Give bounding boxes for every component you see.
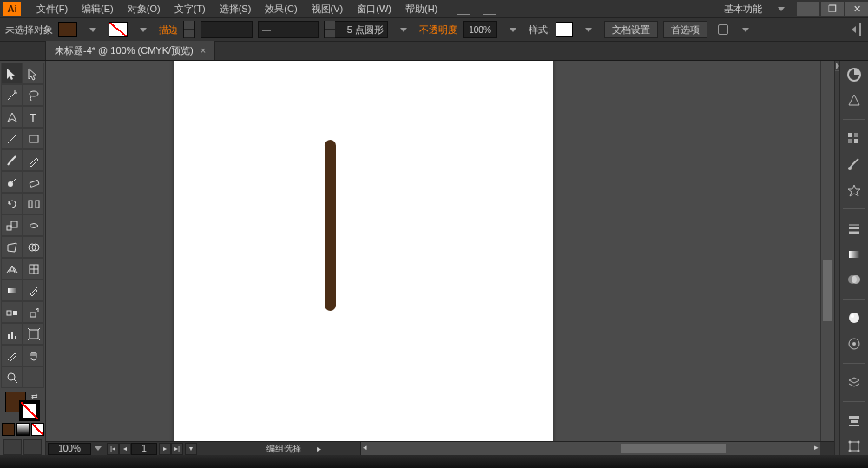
rectangle-tool[interactable] bbox=[23, 128, 44, 149]
full-screen-mode[interactable] bbox=[23, 439, 42, 455]
artboard[interactable] bbox=[174, 61, 553, 441]
appearance-icon[interactable] bbox=[845, 310, 864, 327]
type-tool[interactable]: T bbox=[23, 106, 44, 128]
scale-tool[interactable] bbox=[1, 214, 23, 236]
gradient-mode-button[interactable] bbox=[16, 423, 30, 436]
eyedropper-tool[interactable] bbox=[23, 280, 44, 301]
transparency-icon[interactable] bbox=[845, 271, 864, 288]
menu-view[interactable]: 视图(V) bbox=[305, 1, 351, 17]
selection-tool[interactable] bbox=[1, 63, 23, 84]
opacity-input[interactable]: 100% bbox=[463, 21, 497, 38]
horizontal-scroll-thumb[interactable] bbox=[621, 444, 726, 453]
align-to-icon[interactable] bbox=[716, 23, 730, 36]
stroke-profile-select[interactable]: — bbox=[258, 21, 319, 38]
artboard-nav-dropdown[interactable]: ▾ bbox=[185, 443, 197, 455]
gradient-icon[interactable] bbox=[845, 246, 864, 263]
graphic-style-swatch[interactable] bbox=[556, 22, 573, 37]
menu-effect[interactable]: 效果(C) bbox=[258, 1, 304, 17]
brush-profile-select[interactable] bbox=[201, 21, 253, 38]
last-artboard-button[interactable]: ▸| bbox=[171, 443, 183, 455]
eraser-tool[interactable] bbox=[23, 171, 44, 193]
symbols-icon[interactable] bbox=[845, 181, 864, 199]
layout-icon[interactable] bbox=[457, 3, 470, 15]
paintbrush-tool[interactable] bbox=[1, 149, 23, 171]
workspace-switcher[interactable]: 基本功能 bbox=[715, 1, 771, 17]
magic-wand-tool[interactable] bbox=[1, 84, 23, 106]
swap-fill-stroke-icon[interactable]: ⇄ bbox=[31, 392, 38, 400]
panel-menu-icon[interactable] bbox=[859, 23, 861, 36]
zoom-tool[interactable] bbox=[1, 366, 23, 388]
symbol-sprayer-tool[interactable] bbox=[23, 301, 44, 323]
stroke-swatch[interactable] bbox=[108, 22, 128, 37]
brushes-icon[interactable] bbox=[845, 155, 864, 173]
slice-tool[interactable] bbox=[1, 345, 23, 366]
normal-screen-mode[interactable] bbox=[3, 439, 22, 455]
vertical-scroll-thumb[interactable] bbox=[823, 260, 832, 321]
swatches-icon[interactable] bbox=[845, 130, 864, 148]
brush-definition-field[interactable] bbox=[335, 24, 387, 35]
stroke-color-box[interactable] bbox=[19, 400, 40, 421]
blob-brush-tool[interactable] bbox=[1, 171, 23, 193]
horizontal-scrollbar[interactable]: ◂ ▸ bbox=[360, 442, 820, 455]
minimize-button[interactable]: — bbox=[797, 2, 819, 16]
vertical-scrollbar[interactable] bbox=[820, 61, 834, 441]
none-mode-button[interactable] bbox=[31, 423, 44, 436]
opacity-label[interactable]: 不透明度 bbox=[419, 23, 457, 36]
close-tab-icon[interactable]: × bbox=[201, 45, 206, 56]
chevron-down-icon[interactable] bbox=[742, 28, 749, 32]
prev-artboard-button[interactable]: ◂ bbox=[119, 443, 131, 455]
stroke-label[interactable]: 描边 bbox=[159, 23, 178, 36]
menu-object[interactable]: 对象(O) bbox=[121, 1, 168, 17]
chevron-down-icon[interactable] bbox=[140, 28, 147, 32]
brush-definition-input[interactable] bbox=[324, 21, 388, 38]
direct-selection-tool[interactable] bbox=[23, 63, 44, 84]
lasso-tool[interactable] bbox=[23, 84, 44, 106]
menu-help[interactable]: 帮助(H) bbox=[398, 1, 444, 17]
shape-builder-tool[interactable] bbox=[23, 236, 44, 258]
stroke-panel-icon[interactable] bbox=[845, 220, 864, 237]
width-tool[interactable] bbox=[23, 214, 44, 236]
menu-window[interactable]: 窗口(W) bbox=[350, 1, 398, 17]
mesh-tool[interactable] bbox=[23, 258, 44, 280]
color-guide-icon[interactable] bbox=[845, 92, 864, 109]
document-setup-button[interactable]: 文档设置 bbox=[604, 21, 658, 38]
stroke-weight-input[interactable] bbox=[183, 21, 195, 38]
artboard-tool[interactable] bbox=[23, 323, 44, 345]
first-artboard-button[interactable]: |◂ bbox=[107, 443, 119, 455]
canvas-viewport[interactable] bbox=[46, 61, 834, 441]
chevron-down-icon[interactable] bbox=[778, 7, 785, 11]
gradient-tool[interactable] bbox=[1, 280, 23, 301]
column-graph-tool[interactable] bbox=[1, 323, 23, 345]
chevron-down-icon[interactable] bbox=[95, 446, 102, 451]
menu-select[interactable]: 选择(S) bbox=[213, 1, 259, 17]
blend-tool[interactable] bbox=[1, 301, 23, 323]
rotate-tool[interactable] bbox=[1, 193, 23, 214]
pen-tool[interactable] bbox=[1, 106, 23, 128]
color-panel-icon[interactable] bbox=[845, 66, 864, 83]
menu-file[interactable]: 文件(F) bbox=[30, 1, 75, 17]
menu-type[interactable]: 文字(T) bbox=[168, 1, 213, 17]
free-transform-tool[interactable] bbox=[1, 236, 23, 258]
preferences-button[interactable]: 首选项 bbox=[663, 21, 707, 38]
pencil-tool[interactable] bbox=[23, 149, 44, 171]
transform-icon[interactable] bbox=[845, 438, 864, 455]
menu-edit[interactable]: 编辑(E) bbox=[75, 1, 121, 17]
arrange-docs-icon[interactable] bbox=[483, 3, 496, 15]
fill-stroke-indicator[interactable]: ⇄ bbox=[5, 392, 40, 421]
collapse-icon[interactable] bbox=[852, 26, 856, 33]
color-mode-button[interactable] bbox=[2, 423, 15, 436]
chevron-down-icon[interactable] bbox=[400, 28, 407, 32]
artwork-stroke-shape[interactable] bbox=[325, 140, 336, 311]
graphic-styles-icon[interactable] bbox=[845, 335, 864, 353]
line-tool[interactable] bbox=[1, 128, 23, 149]
layers-icon[interactable] bbox=[845, 374, 864, 392]
reflect-tool[interactable] bbox=[23, 193, 44, 214]
maximize-button[interactable]: ❐ bbox=[821, 2, 844, 16]
artboard-number-input[interactable]: 1 bbox=[131, 443, 157, 455]
chevron-down-icon[interactable] bbox=[510, 28, 516, 32]
close-button[interactable]: ✕ bbox=[845, 2, 868, 16]
document-tab[interactable]: 未标题-4* @ 100% (CMYK/预览) × bbox=[46, 41, 215, 60]
chevron-down-icon[interactable] bbox=[585, 28, 592, 32]
perspective-grid-tool[interactable] bbox=[1, 258, 23, 280]
fill-swatch[interactable] bbox=[58, 22, 77, 37]
